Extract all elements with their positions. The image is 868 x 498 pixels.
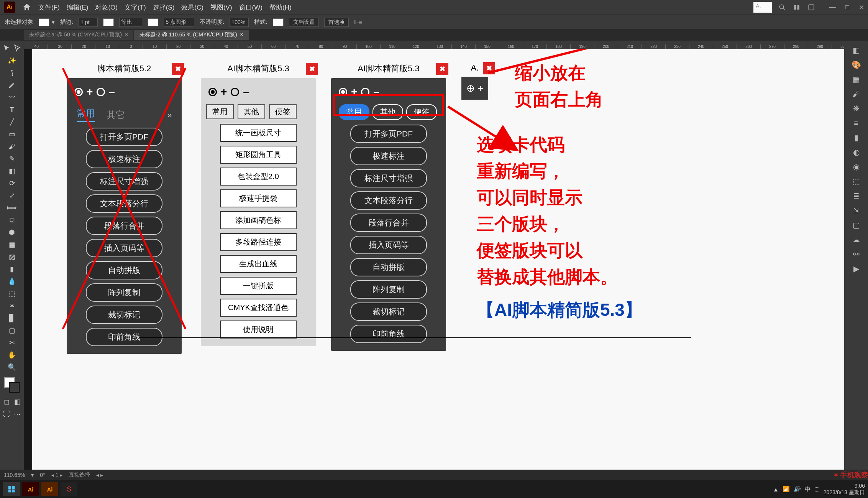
shape-builder-tool[interactable]: ⬢: [7, 227, 17, 238]
minimize-icon[interactable]: —: [829, 3, 836, 12]
script-button[interactable]: CMYK查找潘通色: [220, 299, 297, 317]
line-tool[interactable]: ╱: [7, 117, 17, 127]
appearance-icon[interactable]: ◉: [850, 161, 862, 173]
gradient-icon[interactable]: ▮: [850, 132, 862, 143]
script-button[interactable]: 打开多页PDF: [350, 125, 427, 143]
panel-5-3-dark-close[interactable]: ✖: [436, 63, 448, 75]
color-swatches[interactable]: [4, 377, 20, 393]
script-button[interactable]: 阵列复制: [350, 280, 427, 299]
graph-tool[interactable]: ▊: [7, 313, 17, 324]
script-button[interactable]: 极速手提袋: [220, 189, 297, 207]
rectangle-tool[interactable]: ▭: [7, 129, 17, 140]
script-button[interactable]: 极速标注: [350, 147, 427, 165]
script-button[interactable]: 插入页码等: [86, 239, 162, 257]
rotate-view[interactable]: 0°: [40, 472, 45, 478]
tray-icon[interactable]: ⬚: [814, 486, 820, 493]
script-button[interactable]: 标注尺寸增强: [86, 172, 162, 191]
script-button[interactable]: 段落行合并: [350, 214, 427, 232]
uniform-select[interactable]: [119, 18, 142, 27]
align-icon[interactable]: ⊩≡: [354, 19, 363, 26]
panel-5-2-close[interactable]: ✖: [172, 63, 184, 75]
graphic-styles-icon[interactable]: ⬚: [850, 176, 862, 187]
taskbar-illustrator-2[interactable]: Ai: [41, 482, 58, 496]
document-tab-1[interactable]: 未标题-2.ai @ 50 % (CMYK/CPU 预览) ×: [24, 30, 133, 40]
stroke-weight-input[interactable]: [79, 18, 98, 27]
swatches-icon[interactable]: ▦: [850, 74, 862, 85]
tray-volume-icon[interactable]: 🔊: [794, 486, 801, 493]
radio-on-icon[interactable]: [208, 88, 217, 96]
script-button[interactable]: 裁切标记: [350, 302, 427, 321]
tray-icon[interactable]: 📶: [783, 486, 790, 493]
script-button[interactable]: 印前角线: [86, 328, 162, 346]
script-button[interactable]: 打开多页PDF: [86, 128, 162, 146]
hand-tool[interactable]: ✋: [7, 350, 17, 360]
workspace-icon[interactable]: [808, 4, 815, 11]
artboard[interactable]: 脚本精简版5.2 ✖ + – 常用 其它 » 打开多页PDF极速标注标注尺寸增强…: [32, 49, 844, 470]
draw-normal[interactable]: ◻: [2, 396, 11, 407]
menu-type[interactable]: 文字(T): [125, 3, 146, 12]
brushes-icon[interactable]: 🖌: [850, 88, 862, 100]
brush-swatch[interactable]: [148, 18, 158, 26]
script-button[interactable]: 生成出血线: [220, 255, 297, 273]
taskbar-app[interactable]: S: [61, 482, 77, 496]
script-button[interactable]: 一键拼版: [220, 277, 297, 295]
script-button[interactable]: 段落行合并: [86, 217, 162, 235]
magic-wand-tool[interactable]: ✨: [7, 55, 17, 66]
tab-common[interactable]: 常用: [77, 107, 95, 122]
shaper-tool[interactable]: ✎: [7, 153, 17, 164]
script-button[interactable]: 矩形圆角工具: [220, 146, 297, 164]
panel-mini-close[interactable]: ✖: [483, 62, 495, 74]
type-tool[interactable]: T: [7, 104, 17, 115]
menu-effect[interactable]: 效果(C): [181, 3, 203, 12]
slice-tool[interactable]: ✂: [7, 337, 17, 348]
paintbrush-tool[interactable]: 🖌: [7, 141, 17, 152]
script-button[interactable]: 统一画板尺寸: [220, 124, 297, 142]
tray-icon[interactable]: ▲: [773, 486, 779, 493]
start-button[interactable]: [3, 482, 20, 496]
radio-off-icon[interactable]: [97, 88, 105, 96]
script-button[interactable]: 标注尺寸增强: [350, 169, 427, 187]
opacity-input[interactable]: [230, 18, 249, 27]
stroke-color[interactable]: [9, 382, 20, 393]
transparency-icon[interactable]: ◐: [850, 146, 862, 158]
doc-setup-button[interactable]: 文档设置: [289, 18, 319, 27]
asset-export-icon[interactable]: ⇲: [850, 205, 862, 216]
script-button[interactable]: 多段路径连接: [220, 233, 297, 251]
curvature-tool[interactable]: 〰: [7, 92, 17, 103]
menu-view[interactable]: 视图(V): [210, 3, 232, 12]
taskbar-illustrator-1[interactable]: Ai: [22, 482, 39, 496]
document-tab-2[interactable]: 未标题-2 @ 110.65 % (CMYK/CPU 预览) ×: [134, 30, 249, 40]
direct-selection-tool[interactable]: [12, 43, 22, 54]
panel-mini-body[interactable]: ⊕ +: [461, 77, 488, 100]
screen-mode[interactable]: ⛶: [2, 409, 11, 419]
eraser-tool[interactable]: ◧: [7, 166, 17, 176]
script-button[interactable]: 阵列复制: [86, 283, 162, 302]
script-button[interactable]: 极速标注: [86, 150, 162, 168]
script-button[interactable]: 自动拼版: [86, 261, 162, 279]
free-transform-tool[interactable]: ⧉: [7, 215, 17, 225]
stroke-swatch[interactable]: [103, 18, 114, 26]
libraries-icon[interactable]: ☁: [850, 234, 862, 245]
zoom-level[interactable]: 110.65%: [4, 472, 25, 478]
style-swatch[interactable]: [273, 18, 284, 26]
artboards-icon[interactable]: ▢: [850, 219, 862, 231]
home-icon[interactable]: [22, 3, 31, 12]
script-button[interactable]: 裁切标记: [86, 306, 162, 324]
menu-file[interactable]: 文件(F): [38, 3, 60, 12]
lasso-tool[interactable]: ⟆: [7, 67, 17, 78]
zoom-tool[interactable]: 🔍: [7, 362, 17, 373]
search-collapsed[interactable]: A.: [753, 2, 772, 13]
panel-5-3-light-close[interactable]: ✖: [306, 63, 318, 75]
tab-notes[interactable]: 便签: [269, 104, 297, 119]
properties-icon[interactable]: ◧: [850, 44, 862, 56]
menu-select[interactable]: 选择(S): [153, 3, 175, 12]
draw-behind[interactable]: ◧: [12, 396, 22, 407]
fill-dropdown-icon[interactable]: ▾: [52, 19, 55, 26]
fill-swatch[interactable]: [39, 18, 49, 26]
layers-icon[interactable]: ≣: [850, 190, 862, 202]
taskbar-clock[interactable]: 9:06 2023/8/13 星期日: [824, 483, 865, 496]
menu-object[interactable]: 对象(O): [95, 3, 118, 12]
script-button[interactable]: 包装盒型2.0: [220, 168, 297, 186]
symbols-icon[interactable]: ❋: [850, 103, 862, 114]
expand-icon[interactable]: »: [167, 110, 172, 119]
